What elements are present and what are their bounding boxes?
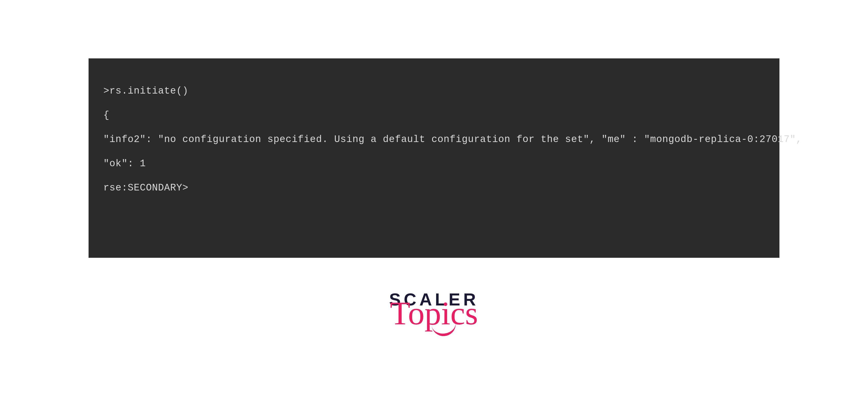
code-block: >rs.initiate() { "info2": "no configurat… [89, 58, 779, 258]
logo-topics-text: Topics [389, 300, 479, 326]
code-line-5: rse:SECONDARY> [103, 176, 765, 200]
code-line-1: >rs.initiate() [103, 79, 765, 103]
code-line-3: "info2": "no configuration specified. Us… [103, 127, 765, 152]
code-line-4: "ok": 1 [103, 152, 765, 176]
code-line-2: { [103, 103, 765, 127]
scaler-topics-logo: SCALER Topics [389, 291, 479, 326]
